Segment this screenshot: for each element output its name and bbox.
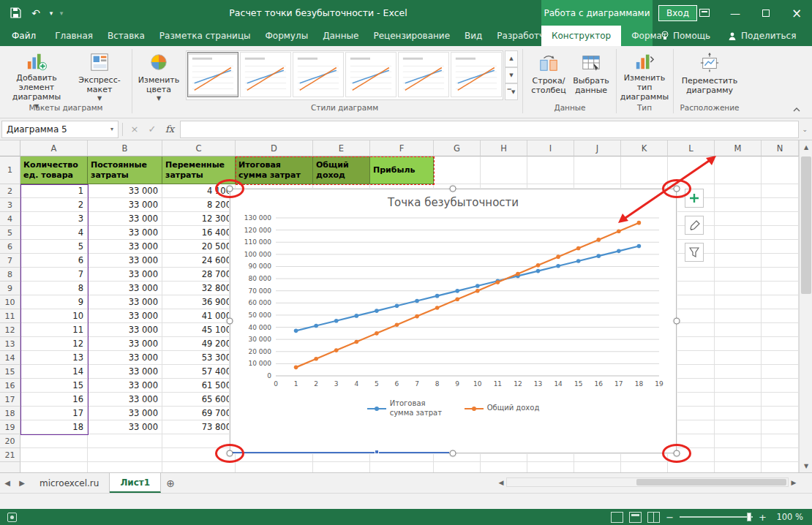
column-header-J[interactable]: J — [574, 140, 621, 156]
chart-style-thumbnail-5[interactable] — [398, 52, 449, 97]
cell-B[interactable] — [88, 462, 162, 472]
chart-filters-button[interactable] — [685, 243, 704, 262]
cell-B19[interactable]: 33 000 — [88, 420, 162, 434]
cell-N10[interactable] — [762, 295, 799, 309]
cell-C10[interactable]: 36 900 — [162, 295, 236, 309]
gallery-scroll-up-icon[interactable]: ▲ — [505, 50, 518, 67]
cell-N3[interactable] — [762, 198, 799, 212]
gallery-more-icon[interactable]: ▔▼ — [505, 83, 518, 100]
formula-bar-expand-icon[interactable]: ⌄ — [802, 126, 808, 133]
tab-help[interactable]: Помощь — [653, 26, 718, 46]
column-header-B[interactable]: B — [88, 140, 162, 156]
cell-M9[interactable] — [715, 282, 762, 295]
move-chart-button[interactable]: Переместить диаграмму — [679, 48, 740, 102]
cell-M13[interactable] — [715, 337, 762, 351]
horizontal-scrollbar[interactable]: ◀ ▶ — [496, 477, 799, 488]
cell-C18[interactable]: 69 700 — [162, 407, 236, 420]
cell-N13[interactable] — [762, 337, 799, 351]
column-header-M[interactable]: M — [715, 140, 762, 156]
cell-C7[interactable]: 24 600 — [162, 254, 236, 268]
cell-A13[interactable]: 12 — [20, 337, 88, 351]
cell-K[interactable] — [621, 462, 668, 472]
gallery-scroll-down-icon[interactable]: ▼ — [505, 67, 518, 84]
zoom-in-icon[interactable]: + — [759, 512, 767, 523]
cell-L1[interactable] — [668, 156, 715, 184]
cell-G[interactable] — [434, 462, 481, 472]
zoom-slider-thumb[interactable] — [747, 513, 751, 521]
cell-A9[interactable]: 8 — [20, 282, 88, 295]
cell-C9[interactable]: 32 800 — [162, 282, 236, 295]
cell-M12[interactable] — [715, 323, 762, 337]
cell-N15[interactable] — [762, 365, 799, 379]
cell-M8[interactable] — [715, 268, 762, 282]
cell-F[interactable] — [370, 462, 434, 472]
cell-A19[interactable]: 18 — [20, 420, 88, 434]
cell-C[interactable] — [162, 462, 236, 472]
column-header-F[interactable]: F — [370, 140, 434, 156]
column-header-K[interactable]: K — [621, 140, 668, 156]
cell-B18[interactable]: 33 000 — [88, 407, 162, 420]
save-icon[interactable] — [6, 4, 25, 23]
chart-style-thumbnail-6[interactable] — [451, 52, 502, 97]
chart-styles-button[interactable] — [685, 216, 704, 235]
cell-C11[interactable]: 41 000 — [162, 309, 236, 323]
column-header-C[interactable]: C — [162, 140, 236, 156]
cell-M3[interactable] — [715, 198, 762, 212]
cell-I1[interactable] — [527, 156, 574, 184]
select-data-button[interactable]: Выбрать данные — [571, 48, 612, 102]
cell-C20[interactable] — [162, 434, 236, 448]
cell-C16[interactable]: 61 500 — [162, 379, 236, 393]
cell-M18[interactable] — [715, 407, 762, 420]
customize-qat-icon[interactable]: ▾ — [57, 4, 66, 23]
scroll-left-icon[interactable]: ◀ — [496, 479, 506, 486]
cell-N11[interactable] — [762, 309, 799, 323]
chart-resize-handle[interactable] — [227, 450, 233, 457]
cell-B17[interactable]: 33 000 — [88, 393, 162, 407]
chart-legend[interactable]: Итоговая сумма затратОбщий доход — [230, 399, 676, 418]
cell-A21[interactable] — [20, 448, 88, 462]
vertical-scrollbar[interactable]: ▲ ▼ — [799, 140, 812, 472]
cell-C1[interactable]: Переменные затраты — [162, 156, 236, 184]
cell-B12[interactable]: 33 000 — [88, 323, 162, 337]
ribbon-tab-2[interactable]: Вставка — [100, 26, 152, 46]
cell-H[interactable] — [481, 462, 527, 472]
row-header-11[interactable]: 11 — [0, 309, 20, 323]
ribbon-display-options-icon[interactable] — [689, 0, 720, 26]
cell-A5[interactable]: 4 — [20, 226, 88, 240]
column-header-I[interactable]: I — [527, 140, 574, 156]
cell-M15[interactable] — [715, 365, 762, 379]
cell-M7[interactable] — [715, 254, 762, 268]
row-header-14[interactable]: 14 — [0, 351, 20, 365]
scroll-down-icon[interactable]: ▼ — [800, 459, 812, 472]
vertical-scrollbar-thumb[interactable] — [801, 156, 811, 294]
cell-L[interactable] — [668, 462, 715, 472]
name-box[interactable]: Диаграмма 5 ▾ — [1, 121, 119, 138]
row-header-15[interactable]: 15 — [0, 365, 20, 379]
cell-A14[interactable]: 13 — [20, 351, 88, 365]
row-header-19[interactable]: 19 — [0, 420, 20, 434]
row-header-8[interactable]: 8 — [0, 268, 20, 282]
cell-N14[interactable] — [762, 351, 799, 365]
page-break-view-icon[interactable] — [647, 512, 660, 523]
cell-B1[interactable]: Постоянные затраты — [88, 156, 162, 184]
cell-N7[interactable] — [762, 254, 799, 268]
cell-N19[interactable] — [762, 420, 799, 434]
row-header-2[interactable]: 2 — [0, 184, 20, 198]
cell-E1[interactable]: Общий доход — [313, 156, 370, 184]
column-header-E[interactable]: E — [313, 140, 370, 156]
quick-layout-button[interactable]: Экспресс-макет ▼ — [72, 48, 127, 102]
sheet-tab-лист1[interactable]: Лист1 — [110, 473, 161, 493]
ribbon-tab-конструктор[interactable]: Конструктор — [541, 26, 621, 46]
cell-B4[interactable]: 33 000 — [88, 212, 162, 226]
formula-bar[interactable] — [180, 121, 799, 138]
cell-D[interactable] — [236, 462, 313, 472]
confirm-entry-icon[interactable]: ✓ — [143, 121, 161, 138]
ribbon-tab-5[interactable]: Данные — [315, 26, 366, 46]
column-header-N[interactable]: N — [762, 140, 799, 156]
add-chart-element-button[interactable]: Добавить элемент диаграммы ▼ — [4, 48, 69, 102]
cell-A1[interactable]: Количество ед. товара — [20, 156, 88, 184]
row-header-10[interactable]: 10 — [0, 295, 20, 309]
cell-C15[interactable]: 57 400 — [162, 365, 236, 379]
ribbon-tab-1[interactable]: Главная — [48, 26, 100, 46]
cell-B10[interactable]: 33 000 — [88, 295, 162, 309]
